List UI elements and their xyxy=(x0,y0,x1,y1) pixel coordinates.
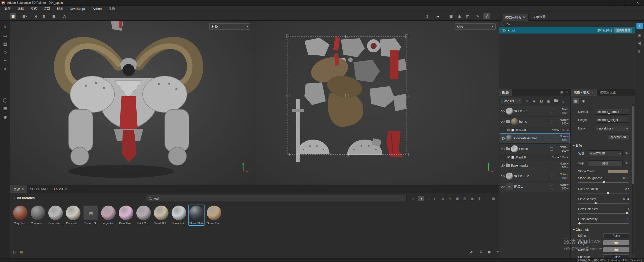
filter-smart-materials-icon[interactable]: ◐ xyxy=(425,196,431,201)
layer-thumbnail[interactable] xyxy=(511,118,518,125)
eye-icon[interactable] xyxy=(507,22,510,26)
stone-color-swatch[interactable] xyxy=(608,170,628,173)
menu-edit[interactable]: 编辑 xyxy=(14,6,27,12)
filter-brushes-icon[interactable]: ✎ xyxy=(447,196,453,201)
mask-blend-dropdown[interactable]: Norm▾ xyxy=(552,156,559,159)
tab-texture-set-list[interactable]: 纹理集列表✕ xyxy=(501,14,529,21)
material-tile[interactable]: Small Bul... xyxy=(153,205,169,226)
mask-slot-icon[interactable] xyxy=(550,185,553,188)
filter-text-icon[interactable]: T xyxy=(476,196,482,201)
channel-specular-toggle[interactable]: False xyxy=(603,254,629,258)
layer-row-concrete-asphalt[interactable]: Concrete Asphalt Norm ▾ 100 ▾ xyxy=(500,133,570,143)
folder-icon[interactable] xyxy=(506,164,510,167)
viewport-2d-uv[interactable]: 材质▾ xyxy=(254,21,499,185)
remove-mask-icon[interactable]: ✕ xyxy=(567,156,569,159)
menu-file[interactable]: 文件 xyxy=(1,6,14,12)
visibility-eye-icon[interactable] xyxy=(507,129,510,131)
material-tile-selected[interactable]: Stone Slate xyxy=(188,205,205,226)
single-channel-toggle-icon[interactable]: ◉ xyxy=(580,98,586,104)
settings-gear-icon[interactable]: ◎ xyxy=(61,13,68,19)
add-fill-layer-icon[interactable]: ◉ xyxy=(531,98,537,104)
material-tile[interactable]: Concrete ... xyxy=(65,205,81,226)
search-input[interactable]: wall xyxy=(153,196,159,200)
clone-tool-icon[interactable]: ◈ xyxy=(0,65,10,72)
delete-layer-icon[interactable]: ▯ xyxy=(560,98,566,104)
tab-assets[interactable]: 资源✕ xyxy=(10,185,27,193)
camera-projection-icon[interactable]: ▣ xyxy=(448,13,454,19)
visibility-eye-icon[interactable] xyxy=(501,148,505,150)
perspective-camera-icon[interactable]: ◉ xyxy=(456,13,463,19)
mask-opacity-dropdown[interactable]: 100▾ xyxy=(560,156,566,159)
minimize-button[interactable]: – xyxy=(606,0,619,5)
material-tile[interactable]: Spray Pai... xyxy=(171,205,187,226)
close-icon[interactable]: ✕ xyxy=(523,16,525,19)
mask-opacity-dropdown[interactable]: 100▾ xyxy=(560,129,566,132)
scrollbar-thumb[interactable] xyxy=(632,106,634,184)
normal-channel-dropdown[interactable]: channel_normal▾ xyxy=(596,109,629,115)
material-tile[interactable]: Concrete ... xyxy=(48,205,64,226)
video-camera-icon[interactable]: ◫ xyxy=(464,13,471,19)
parameters-section-header[interactable]: ▾ 参数 xyxy=(573,143,582,148)
paint-layer-brush-icon[interactable]: ✎ xyxy=(506,183,513,190)
tab-display-settings[interactable]: 显示设置 xyxy=(530,14,549,21)
add-view-icon[interactable]: ⊞ xyxy=(51,13,57,19)
viewport-split-icon[interactable]: ▦▾ xyxy=(21,13,28,19)
viewport-layout-icon[interactable]: ▦ xyxy=(10,13,16,19)
maximize-button[interactable]: ▢ xyxy=(619,0,631,5)
library-selector[interactable]: ▸ All libraries xyxy=(14,196,35,200)
blend-mode-dropdown[interactable]: Mul ▾ xyxy=(562,107,569,111)
layer-thumbnail[interactable] xyxy=(511,145,518,152)
material-tile[interactable]: Clay Terr... xyxy=(12,205,28,226)
height-channel-dropdown[interactable]: channel_height▾ xyxy=(596,117,629,123)
channel-filter-dropdown[interactable]: Base col▾ xyxy=(501,98,522,104)
layer-row-base-masks[interactable]: Base_masks Norm ▾ 100 ▾ xyxy=(500,160,570,171)
brush-tool-icon[interactable]: ╱ xyxy=(484,13,490,19)
tab-properties-fill[interactable]: 属性 - 填充✕ xyxy=(571,89,597,96)
material-mode-dropdown[interactable]: 材质▾ xyxy=(209,23,250,30)
channels-section-header[interactable]: ▾ Channels xyxy=(573,228,589,232)
add-smart-material-icon[interactable]: ▣ xyxy=(546,98,551,104)
scrollbar[interactable] xyxy=(632,104,634,255)
link-icon[interactable]: ◫ xyxy=(501,22,504,26)
visibility-eye-icon[interactable] xyxy=(501,186,505,188)
polygon-fill-tool-icon[interactable]: ◇ xyxy=(0,48,10,56)
material-tile[interactable]: ▣ Custom S... xyxy=(83,205,99,226)
close-panel-icon[interactable]: ✕ xyxy=(566,91,568,94)
mask-slot-icon[interactable] xyxy=(550,137,553,140)
close-button[interactable]: ✕ xyxy=(631,0,644,5)
filter-textures-icon[interactable]: ▦ xyxy=(455,196,461,201)
menu-help[interactable]: 帮助 xyxy=(105,6,118,12)
folder-icon[interactable] xyxy=(506,120,510,123)
detail-intensity-slider[interactable] xyxy=(578,212,629,215)
visibility-eye-icon[interactable] xyxy=(501,110,505,112)
opacity-dropdown[interactable]: 100 ▾ xyxy=(562,138,569,142)
viewport-3d[interactable]: 材质▾ xyxy=(10,21,254,185)
visibility-eye-icon[interactable] xyxy=(501,137,505,140)
opacity-dropdown[interactable]: 100 ▾ xyxy=(562,187,569,190)
tab-texture-set-settings[interactable]: 纹理集设置 xyxy=(597,89,619,96)
close-icon[interactable]: ✕ xyxy=(22,187,24,191)
asset-details-toggle-icon[interactable]: ▤ xyxy=(12,249,18,254)
visibility-eye-icon[interactable] xyxy=(501,121,505,123)
clear-search-icon[interactable]: ✕ xyxy=(410,196,416,201)
layer-thumbnail[interactable] xyxy=(506,135,513,142)
menu-window[interactable]: 窗口 xyxy=(40,6,53,12)
filter-environments-icon[interactable]: ▤ xyxy=(462,196,468,201)
visibility-eye-icon[interactable] xyxy=(501,175,505,177)
grain-intensity-slider[interactable] xyxy=(578,222,629,225)
search-bar[interactable]: wall xyxy=(146,195,407,202)
mask-checkbox[interactable] xyxy=(511,156,514,159)
material-tile[interactable]: Paint Bru... xyxy=(118,205,134,226)
material-picker-icon[interactable]: ◉ xyxy=(0,113,10,120)
menu-python[interactable]: Python xyxy=(88,6,105,12)
projection-tool-icon[interactable]: ▨ xyxy=(0,40,10,47)
layer-thumbnail[interactable] xyxy=(506,173,513,180)
material-mode-dropdown-2d[interactable]: 材质▾ xyxy=(455,23,496,30)
add-paint-layer-icon[interactable]: ✎ xyxy=(524,98,530,104)
mask-blend-dropdown[interactable]: Norm▾ xyxy=(552,129,559,132)
layer-row-fill-2[interactable]: 填充图层 2 Norm ▾ 100 ▾ xyxy=(500,171,570,181)
layer-row-fabric[interactable]: Fabric Norm ▾ 100 ▾ xyxy=(500,144,570,154)
mask-slot-icon[interactable] xyxy=(550,120,553,123)
add-mask-icon[interactable]: ◧ xyxy=(539,98,544,104)
mask-alpha-dropdown[interactable]: <no alpha>▾ xyxy=(596,126,629,131)
